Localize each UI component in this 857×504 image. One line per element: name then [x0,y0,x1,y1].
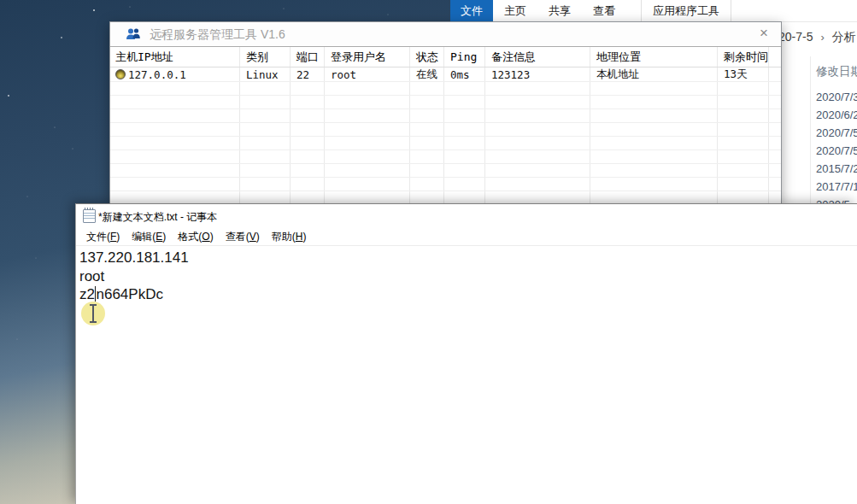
file-date-list: 2020/7/3 2020/6/2 2020/7/5 2020/7/5 2015… [816,88,857,214]
cell-ping[interactable]: 0ms [444,67,485,81]
cell-category[interactable]: Linux [240,67,291,81]
tool-titlebar[interactable]: 远程服务器管理工具 V1.6 × [110,22,781,46]
cell-location[interactable]: 本机地址 [590,67,718,81]
tab-app-tools[interactable]: 应用程序工具 [641,0,731,21]
remote-server-tool-window: 远程服务器管理工具 V1.6 × 主机IP地址 类别 端口 登录用户名 状态 P… [109,21,782,204]
empty-table-row [110,137,781,150]
notepad-text-area[interactable]: 137.220.181.141 root z2n664PkDc [76,246,857,304]
col-header-port[interactable]: 端口 [291,47,325,67]
window-title: 远程服务器管理工具 V1.6 [150,27,285,43]
empty-table-row [110,96,781,109]
text-line-ip: 137.220.181.141 [79,249,857,267]
tab-share[interactable]: 共享 [537,0,582,21]
breadcrumb[interactable]: 20-7-5›分析 [778,30,856,45]
cell-filler [769,67,781,81]
explorer-ribbon-tabs: 文件 主页 共享 查看 应用程序工具 [450,0,857,22]
cell-note[interactable]: 123123 [485,67,590,81]
notepad-icon [83,209,96,223]
col-header-note[interactable]: 备注信息 [485,47,590,67]
file-modified-date[interactable]: 2015/7/2 [816,160,857,178]
file-modified-date[interactable]: 2020/7/5 [816,124,857,142]
empty-table-row [110,150,781,164]
cell-host-ip[interactable]: 127.0.0.1 [110,67,240,81]
tab-home[interactable]: 主页 [493,0,537,21]
file-modified-date[interactable]: 2020/7/5 [816,142,857,160]
menu-edit[interactable]: 编辑(E) [126,228,172,245]
empty-table-row [110,109,781,123]
file-modified-date[interactable]: 2020/6/2 [816,106,857,124]
cell-port[interactable]: 22 [291,67,325,81]
cell-status[interactable]: 在线 [410,67,444,81]
col-header-host-ip[interactable]: 主机IP地址 [110,47,240,67]
close-icon[interactable]: × [755,25,772,42]
chevron-right-icon: › [820,31,824,44]
col-header-category[interactable]: 类别 [240,47,291,67]
server-status-sphere-icon [115,69,126,79]
col-header-time-left[interactable]: 剩余时间 [718,47,769,67]
wallpaper-stars [0,0,3,3]
menu-format[interactable]: 格式(O) [172,228,219,245]
empty-table-row [110,82,781,96]
col-header-location[interactable]: 地理位置 [590,47,718,67]
col-header-filler [769,47,781,67]
empty-table-row [110,178,781,191]
click-highlight [81,302,105,325]
text-line-user: root [79,267,857,286]
menu-file[interactable]: 文件(F) [80,228,126,245]
breadcrumb-current[interactable]: 分析 [832,30,856,44]
notepad-menubar: 文件(F) 编辑(E) 格式(O) 查看(V) 帮助(H) [76,228,857,246]
file-modified-date[interactable]: 2017/7/1 [816,178,857,196]
empty-table-row [110,123,781,137]
column-header-modified-date[interactable]: 修改日期 [816,64,857,79]
menu-view[interactable]: 查看(V) [220,228,266,245]
cell-username[interactable]: root [325,67,410,81]
server-table-header: 主机IP地址 类别 端口 登录用户名 状态 Ping 备注信息 地理位置 剩余时… [110,46,781,67]
empty-table-row [110,164,781,178]
ibeam-cursor-icon [92,305,94,322]
server-table-row[interactable]: 127.0.0.1 Linux 22 root 在线 0ms 123123 本机… [110,67,781,82]
notepad-window-title: *新建文本文档.txt - 记事本 [98,210,217,225]
cell-time-left[interactable]: 13天 [718,67,769,81]
column-divider[interactable] [810,56,811,203]
col-header-username[interactable]: 登录用户名 [325,47,410,67]
breadcrumb-folder[interactable]: 20-7-5 [778,30,813,44]
notepad-window: *新建文本文档.txt - 记事本 文件(F) 编辑(E) 格式(O) 查看(V… [75,203,857,504]
app-logo-icon [126,27,141,41]
text-line-password: z2n664PkDc [79,285,857,304]
tab-file[interactable]: 文件 [450,0,493,21]
notepad-titlebar[interactable]: *新建文本文档.txt - 记事本 [76,204,857,228]
file-modified-date[interactable]: 2020/7/3 [816,88,857,106]
tab-view[interactable]: 查看 [582,0,626,21]
menu-help[interactable]: 帮助(H) [266,228,313,245]
col-header-status[interactable]: 状态 [410,47,444,67]
col-header-ping[interactable]: Ping [444,47,485,67]
